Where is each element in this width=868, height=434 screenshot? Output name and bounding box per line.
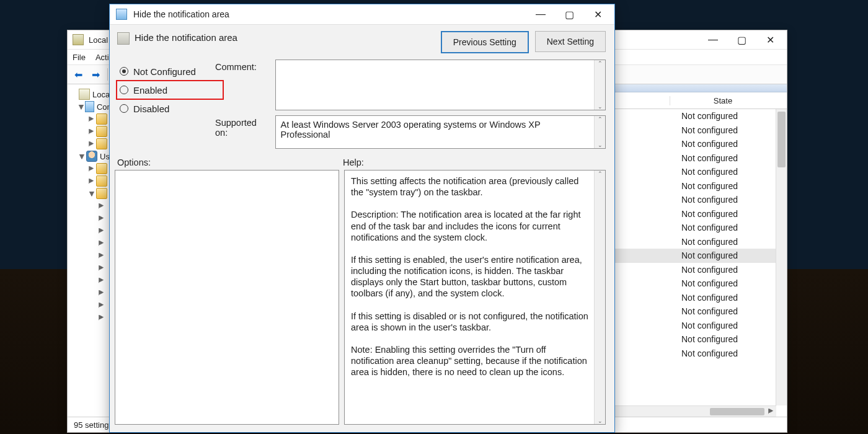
- previous-setting-button[interactable]: Previous Setting: [441, 31, 529, 53]
- comment-label: Comment:: [215, 60, 268, 110]
- help-label: Help:: [343, 157, 603, 167]
- cell-state: Not configured: [669, 139, 787, 149]
- help-text: This setting affects the notification ar…: [345, 170, 605, 383]
- cell-state: Not configured: [669, 195, 787, 205]
- radio-not-configured[interactable]: Not Configured: [117, 62, 204, 81]
- radio-icon: [120, 104, 128, 113]
- scroll-up-icon: ⌃: [598, 116, 603, 122]
- cell-state: Not configured: [669, 209, 787, 219]
- cell-state: Not configured: [669, 306, 787, 316]
- supported-on-text: At least Windows Server 2003 operating s…: [276, 116, 605, 143]
- supported-label: Supported on:: [215, 115, 268, 149]
- cell-state: Not configured: [669, 321, 787, 330]
- toolbar-separator: [107, 68, 108, 81]
- column-state[interactable]: State: [670, 96, 776, 105]
- radio-icon: [120, 86, 128, 94]
- textarea-scrollbar[interactable]: ⌃⌄: [594, 116, 605, 148]
- scroll-down-icon: ⌄: [598, 418, 603, 424]
- radio-icon: [120, 67, 128, 76]
- forward-icon[interactable]: ➡: [89, 68, 102, 81]
- dlg-app-icon: [116, 9, 127, 20]
- policy-icon: [117, 32, 130, 45]
- state-radio-group: Not Configured Enabled Disabled: [117, 60, 204, 118]
- cell-state: Not configured: [669, 223, 787, 232]
- close-button[interactable]: ✕: [756, 31, 784, 48]
- supported-on-textarea: At least Windows Server 2003 operating s…: [275, 115, 606, 149]
- highlight-enabled: [116, 80, 224, 100]
- cell-state: Not configured: [669, 334, 787, 344]
- radio-label: Disabled: [133, 104, 169, 114]
- radio-label: Not Configured: [133, 66, 196, 77]
- radio-disabled[interactable]: Disabled: [117, 99, 204, 118]
- cell-state: Not configured: [669, 153, 787, 163]
- menu-file[interactable]: File: [73, 53, 86, 62]
- scroll-up-icon: ⌃: [598, 170, 603, 177]
- cell-state: Not configured: [669, 250, 787, 260]
- back-icon[interactable]: ⬅: [71, 68, 85, 81]
- scroll-down-icon: ⌄: [598, 104, 603, 110]
- scroll-down-icon: ⌄: [598, 142, 603, 148]
- scrollbar-thumb[interactable]: [777, 112, 786, 167]
- minimize-button[interactable]: —: [699, 31, 727, 48]
- options-pane[interactable]: [115, 170, 339, 425]
- dlg-maximize-button[interactable]: ▢: [555, 6, 583, 23]
- gp-app-icon: [73, 34, 84, 45]
- cell-state: Not configured: [669, 293, 787, 303]
- cell-state: Not configured: [669, 167, 787, 177]
- cell-state: Not configured: [669, 125, 787, 135]
- textarea-scrollbar[interactable]: ⌃⌄: [594, 60, 605, 110]
- cell-state: Not configured: [669, 278, 787, 288]
- cell-state: Not configured: [669, 237, 787, 247]
- options-label: Options:: [117, 157, 343, 167]
- scroll-right-icon[interactable]: ⯈: [766, 408, 776, 415]
- dlg-close-button[interactable]: ✕: [583, 6, 612, 23]
- next-setting-button[interactable]: Next Setting: [535, 31, 606, 52]
- cell-state: Not configured: [669, 111, 787, 121]
- cell-state: Not configured: [669, 265, 787, 275]
- policy-heading: Hide the notification area: [135, 31, 435, 43]
- dlg-titlebar[interactable]: Hide the notification area — ▢ ✕: [110, 4, 614, 25]
- scrollbar-thumb[interactable]: [710, 408, 764, 415]
- radio-enabled[interactable]: Enabled: [117, 81, 204, 99]
- radio-label: Enabled: [133, 85, 167, 95]
- comment-textarea[interactable]: ⌃⌄: [275, 60, 606, 110]
- help-scrollbar[interactable]: ⌃⌄: [594, 170, 605, 424]
- cell-state: Not configured: [669, 348, 787, 358]
- dlg-minimize-button[interactable]: —: [526, 6, 555, 23]
- dlg-title: Hide the notification area: [133, 9, 526, 19]
- scroll-up-icon: ⌃: [598, 60, 603, 66]
- help-pane[interactable]: This setting affects the notification ar…: [344, 170, 606, 425]
- policy-setting-dialog: Hide the notification area — ▢ ✕ Hide th…: [109, 4, 615, 433]
- cell-state: Not configured: [669, 181, 787, 191]
- vertical-scrollbar[interactable]: [776, 109, 787, 405]
- maximize-button[interactable]: ▢: [727, 31, 756, 48]
